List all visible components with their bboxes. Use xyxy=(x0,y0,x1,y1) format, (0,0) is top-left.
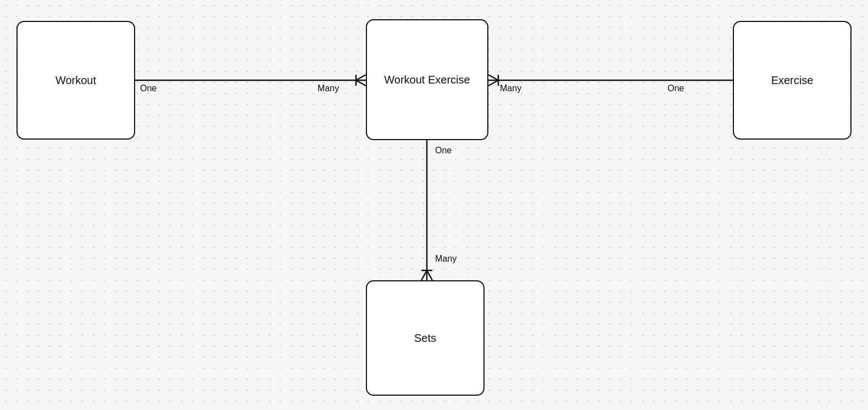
diagram-canvas: Workout Workout Exercise Exercise Sets O… xyxy=(0,0,868,410)
svg-line-9 xyxy=(421,270,427,280)
entity-workout-label: Workout xyxy=(55,74,96,87)
entity-sets-label: Sets xyxy=(414,332,436,345)
svg-line-5 xyxy=(488,75,498,80)
svg-line-6 xyxy=(488,80,498,86)
entity-sets[interactable]: Sets xyxy=(366,280,485,396)
label-workout-many: Many xyxy=(318,84,339,93)
entity-workout-exercise[interactable]: Workout Exercise xyxy=(366,19,488,140)
label-workout-one: One xyxy=(140,84,157,93)
label-we-many: Many xyxy=(435,254,457,264)
entity-exercise-label: Exercise xyxy=(771,74,814,87)
label-we-one: One xyxy=(435,146,452,156)
entity-workout[interactable]: Workout xyxy=(16,21,135,140)
entity-workout-exercise-label: Workout Exercise xyxy=(384,74,470,86)
svg-line-1 xyxy=(356,75,366,80)
label-exercise-one: One xyxy=(667,84,684,93)
svg-line-2 xyxy=(356,80,366,86)
svg-line-10 xyxy=(427,270,432,280)
label-exercise-many: Many xyxy=(500,84,521,93)
entity-exercise[interactable]: Exercise xyxy=(733,21,852,140)
